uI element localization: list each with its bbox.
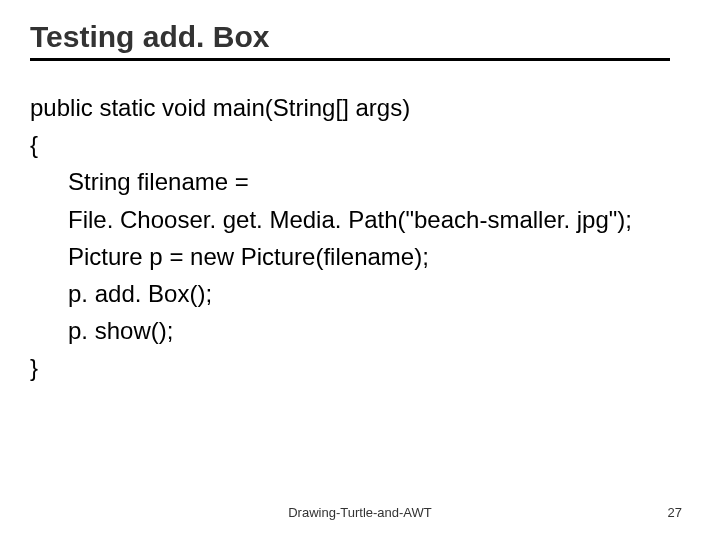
code-line: public static void main(String[] args) — [30, 89, 690, 126]
code-line: } — [30, 349, 690, 386]
code-line: p. add. Box(); — [30, 275, 690, 312]
slide-title: Testing add. Box — [30, 20, 670, 61]
code-line: String filename = — [30, 163, 690, 200]
slide: Testing add. Box public static void main… — [0, 0, 720, 540]
code-block: public static void main(String[] args) {… — [30, 89, 690, 387]
page-number: 27 — [668, 505, 682, 520]
code-line: p. show(); — [30, 312, 690, 349]
footer-text: Drawing-Turtle-and-AWT — [0, 505, 720, 520]
code-line: { — [30, 126, 690, 163]
code-line: Picture p = new Picture(filename); — [30, 238, 690, 275]
code-line: File. Chooser. get. Media. Path("beach-s… — [30, 201, 690, 238]
